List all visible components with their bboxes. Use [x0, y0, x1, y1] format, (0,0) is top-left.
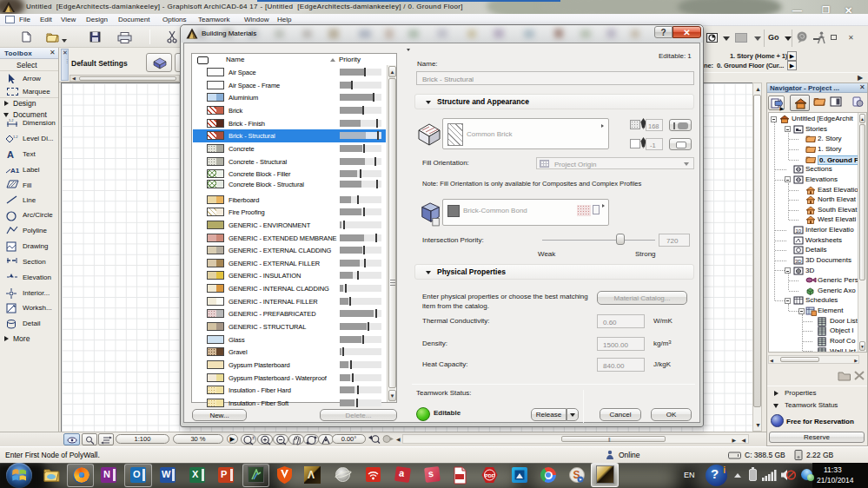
- svg-text:A: A: [7, 149, 14, 159]
- svg-text:10: 10: [796, 228, 802, 234]
- svg-text:3D: 3D: [795, 258, 802, 263]
- svg-text:A1: A1: [10, 167, 20, 174]
- svg-text:±: ±: [252, 435, 255, 440]
- svg-text:1.2: 1.2: [13, 135, 18, 139]
- svg-text:1.2: 1.2: [9, 118, 14, 122]
- svg-text:PDF: PDF: [485, 473, 495, 478]
